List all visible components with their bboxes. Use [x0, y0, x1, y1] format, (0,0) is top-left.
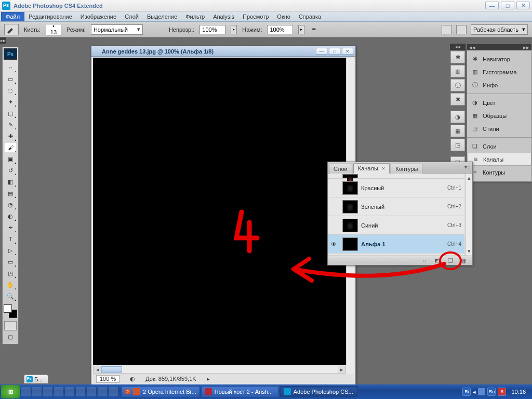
histogram-icon[interactable]: ▥ [450, 65, 465, 77]
history-tool[interactable]: ↺ [4, 165, 17, 176]
taskbar-button[interactable]: Adobe Photoshop CS... [280, 386, 358, 397]
panel-entry-Инфо[interactable]: ⓘИнфо [467, 78, 531, 91]
channel-row[interactable]: СинийCtrl+3 [328, 216, 464, 235]
doc-info[interactable]: Док: 859,1K/859,1K [145, 376, 196, 382]
move-tool[interactable]: ↔ [4, 62, 17, 73]
strip-collapse[interactable]: ◂◂ [450, 44, 466, 50]
ql-icon[interactable] [32, 387, 42, 396]
doc-close-button[interactable]: ✕ [342, 48, 353, 55]
tool-preset-picker[interactable] [4, 24, 19, 35]
ql-icon[interactable] [98, 387, 107, 396]
taskbar-button[interactable]: 22 Opera Internet Br... [121, 386, 200, 397]
panel-menu-icon[interactable]: ▾≡ [464, 164, 470, 170]
brush-size-picker[interactable]: • 13 [46, 24, 61, 35]
scroll-left-icon[interactable]: ◂ [94, 366, 101, 373]
canvas[interactable] [93, 58, 346, 365]
screen-mode-icon[interactable] [456, 25, 467, 34]
3d-tool[interactable]: ◳ [4, 268, 17, 278]
menu-item-analysis[interactable]: Analysis [209, 12, 238, 21]
workspace-switcher[interactable]: Рабочая область [471, 24, 528, 35]
lang-indicator-2[interactable]: Ru [487, 388, 496, 396]
heal-tool[interactable]: ✚ [4, 131, 17, 141]
panel-entry-Навигатор[interactable]: ✱Навигатор [467, 52, 531, 65]
grad-tool[interactable]: ▤ [4, 188, 17, 198]
info-icon[interactable]: ⓘ [450, 79, 465, 91]
document-title-bar[interactable]: Anne geddes 13.jpg @ 100% (Альфа 1/8) — … [91, 46, 355, 57]
panel-tab-Слои[interactable]: Слои [329, 164, 352, 174]
screen-mode-toggle[interactable]: ▢ [4, 332, 17, 341]
menu-item-выделение[interactable]: Выделение [143, 12, 181, 21]
tray-expand[interactable]: ▸▸ [523, 44, 529, 51]
menu-item-просмотр[interactable]: Просмотр [238, 12, 273, 21]
panel-entry-Цвет[interactable]: ◑Цвет [467, 96, 531, 109]
pen-tool[interactable]: ✒ [4, 222, 17, 233]
panel-entry-Образцы[interactable]: ▦Образцы [467, 109, 531, 122]
menu-item-слой[interactable]: Слой [121, 12, 143, 21]
tray-badge[interactable]: 8 [498, 388, 506, 396]
save-selection-icon[interactable]: ◩ [434, 257, 440, 264]
flow-field[interactable]: 100% [267, 25, 293, 34]
menu-item-редактирование[interactable]: Редактирование [24, 12, 76, 21]
tray-collapse[interactable]: ◂◂ [469, 44, 475, 51]
panel-entry-Контуры[interactable]: ✧Контуры [467, 166, 531, 179]
menu-item-фильтр[interactable]: Фильтр [181, 12, 209, 21]
ql-icon[interactable] [76, 387, 85, 396]
toolbox-collapse-strip[interactable]: ▸▸ [0, 37, 6, 44]
tools-icon[interactable]: ✖ [450, 93, 465, 105]
scroll-right-icon[interactable]: ▸ [338, 366, 345, 373]
opacity-step[interactable]: ▸ [231, 25, 237, 34]
new-channel-icon[interactable]: ❏ [448, 257, 453, 264]
blend-mode-select[interactable]: Нормальный [91, 24, 143, 35]
horizontal-scrollbar[interactable]: ◂ ▸ [93, 366, 346, 374]
swatches-icon[interactable]: ▦ [450, 125, 465, 137]
quick-mask-toggle[interactable] [4, 321, 17, 330]
panel-entry-Слои[interactable]: ❏Слои [467, 140, 531, 153]
zoom-tool[interactable]: 🔍 [4, 291, 17, 301]
color-swatches[interactable] [4, 304, 17, 318]
minimize-button[interactable]: — [485, 2, 499, 9]
opacity-field[interactable]: 100% [200, 25, 225, 34]
panel-tab-Каналы[interactable]: Каналы × [353, 163, 390, 174]
view-extras-icon[interactable] [442, 25, 452, 34]
ql-icon[interactable] [109, 387, 118, 396]
stamp-tool[interactable]: ▣ [4, 154, 17, 164]
doc-maximize-button[interactable]: □ [329, 48, 340, 55]
crop-tool[interactable]: ▢ [4, 108, 17, 118]
panel-scrollbar[interactable]: ▴▾ [465, 174, 472, 256]
lang-indicator[interactable]: Ri [462, 388, 471, 396]
type-tool[interactable]: T [4, 234, 17, 244]
dodge-tool[interactable]: ◐ [4, 211, 17, 221]
load-selection-icon[interactable]: ○ [422, 258, 426, 264]
visibility-eye-icon[interactable]: 👁 [328, 241, 339, 247]
airbrush-icon[interactable]: ✒ [312, 26, 316, 33]
taskbar-button[interactable]: Новый хост 2 - Arish... [201, 386, 279, 397]
marquee-tool[interactable]: ▭ [4, 74, 17, 84]
menu-item-окно[interactable]: Окно [273, 12, 295, 21]
zoom-field[interactable]: 100 % [96, 375, 119, 383]
path-tool[interactable]: ▷ [4, 245, 17, 256]
scroll-thumb[interactable] [101, 366, 122, 373]
rgb-row-partial[interactable] [328, 174, 464, 179]
navigator-icon[interactable]: ✱ [450, 51, 465, 63]
blur-tool[interactable]: ◔ [4, 200, 17, 210]
maximize-button[interactable]: □ [501, 2, 514, 9]
wand-tool[interactable]: ✦ [4, 97, 17, 107]
brush-tool[interactable]: 🖌 [4, 142, 17, 153]
panel-entry-Гистограмма[interactable]: ▥Гистограмма [467, 65, 531, 78]
panel-entry-Каналы[interactable]: ≋Каналы [467, 153, 531, 166]
flow-step[interactable]: ▸ [298, 25, 304, 34]
panel-tab-Контуры[interactable]: Контуры [391, 164, 422, 174]
channel-row[interactable]: КрасныйCtrl+1 [328, 179, 464, 197]
tray-icon[interactable]: ◂ [473, 389, 476, 395]
delete-channel-icon[interactable]: 🗑 [461, 258, 467, 264]
lasso-tool[interactable]: ◌ [4, 85, 17, 96]
start-button[interactable]: ⊞ [1, 385, 20, 398]
eraser-tool[interactable]: ◧ [4, 177, 17, 187]
shape-tool[interactable]: ▭ [4, 257, 17, 267]
ql-icon[interactable] [43, 387, 52, 396]
tray-icon[interactable] [478, 388, 485, 395]
channel-row[interactable]: 👁Альфа 1Ctrl+4 [328, 235, 464, 254]
doc-minimize-button[interactable]: — [316, 48, 327, 55]
channel-row[interactable]: ЗеленыйCtrl+2 [328, 197, 464, 216]
menu-item-справка[interactable]: Справка [295, 12, 325, 21]
